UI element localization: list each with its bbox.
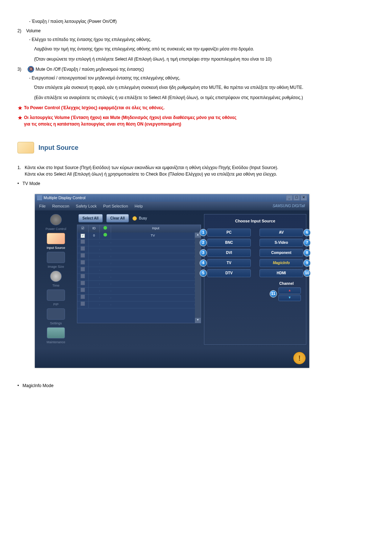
row-checkbox[interactable] <box>81 267 85 271</box>
sidebar-maintenance[interactable]: Maintenance <box>40 327 72 345</box>
av-button[interactable]: AV 6 <box>260 229 303 237</box>
row-id: 0 <box>89 233 100 239</box>
sidebar-settings[interactable]: Settings <box>40 308 72 326</box>
channel-down-button[interactable]: ▼ <box>278 295 301 301</box>
row-checkbox[interactable] <box>81 274 85 278</box>
row-checkbox[interactable] <box>81 301 85 306</box>
table-row[interactable]: ✓ 0 TV <box>77 233 195 239</box>
row-checkbox[interactable] <box>81 295 85 299</box>
table-row[interactable] <box>77 288 195 295</box>
badge-4: 4 <box>200 259 207 267</box>
intro-line1: Κάντε κλικ στο Input Source (Πηγή Εισόδο… <box>25 164 375 171</box>
sidebar-pip[interactable]: PIP <box>40 290 72 307</box>
row-checkbox[interactable] <box>81 246 85 251</box>
svideo-button[interactable]: S-Video 7 <box>260 239 303 247</box>
star-note-1: ★ Το Power Control (Έλεγχος Ισχύος) εφαρ… <box>17 104 375 111</box>
main-area: Power Control Input Source Image Size Ti… <box>35 210 309 348</box>
header-status <box>100 225 111 233</box>
select-all-button[interactable]: Select All <box>78 214 103 222</box>
table-row[interactable] <box>77 295 195 301</box>
sidebar: Power Control Input Source Image Size Ti… <box>38 214 74 345</box>
menu-remocon[interactable]: Remocon <box>52 203 69 209</box>
table-scrollbar[interactable]: ▲ ▼ <box>195 233 201 323</box>
sidebar-input-source[interactable]: Input Source <box>40 233 72 250</box>
table-row[interactable] <box>77 267 195 274</box>
bullet: • <box>17 180 23 187</box>
power-onoff-line: - Έναρξη / παύση λειτουργίας (Power On/O… <box>29 18 375 25</box>
channel-up-button[interactable]: ▲ <box>278 287 301 294</box>
mute-line3: (Εάν επιλέξετε να αναιρέσετε τις επιλογέ… <box>34 94 375 101</box>
header-id[interactable]: ID <box>89 225 100 233</box>
row-status-icon <box>103 233 107 237</box>
info-icon[interactable]: ! <box>293 352 306 364</box>
scroll-down-button[interactable]: ▼ <box>195 318 201 323</box>
menu-file[interactable]: File <box>39 203 46 209</box>
menu-bar: File Remocon Safety Lock Port Selection … <box>35 202 309 211</box>
hdmi-button[interactable]: HDMI 10 <box>260 269 303 277</box>
badge-5: 5 <box>200 270 207 277</box>
table-row[interactable] <box>77 301 195 308</box>
badge-11: 11 <box>270 290 277 297</box>
bnc-button[interactable]: 2 BNC <box>207 239 251 247</box>
volume-line2: Λαμβάνει την τιμή της έντασης ήχου της ε… <box>34 46 375 52</box>
table-row[interactable] <box>77 239 195 246</box>
text: - Έναρξη / παύση λειτουργίας (Power On/O… <box>29 19 117 24</box>
section-header: Input Source <box>17 142 375 153</box>
section-icon <box>17 142 34 153</box>
status-icon <box>103 226 107 230</box>
intro-list: 1. Κάντε κλικ στο Input Source (Πηγή Εισ… <box>17 164 375 177</box>
label: Power Control <box>45 227 66 232</box>
maintenance-icon <box>47 327 65 338</box>
header-input[interactable]: Input <box>111 225 201 233</box>
star-text-2a: Οι λειτουργίες Volume (Ένταση ήχου) και … <box>24 114 375 121</box>
pip-icon <box>47 290 65 301</box>
table-row[interactable] <box>77 281 195 288</box>
sidebar-image-size[interactable]: Image Size <box>40 252 72 269</box>
table-row[interactable] <box>77 246 195 253</box>
menu-port-selection[interactable]: Port Selection <box>103 203 128 209</box>
badge-9: 9 <box>303 259 311 267</box>
dtv-button[interactable]: 5 DTV <box>207 269 251 277</box>
header-check[interactable]: ☑ <box>77 225 89 233</box>
tv-button[interactable]: 4 TV <box>207 259 251 267</box>
badge-10: 10 <box>303 270 311 277</box>
source-button-grid: 1 PC AV 6 2 BNC S-Video 7 <box>207 229 303 277</box>
menu-help[interactable]: Help <box>135 203 143 209</box>
input-source-icon <box>47 233 65 244</box>
row-checkbox[interactable] <box>81 260 85 264</box>
menu-safety-lock[interactable]: Safety Lock <box>76 203 97 209</box>
volume-line1: - Ελέγχει το επίπεδο της έντασης ήχου τη… <box>29 36 375 43</box>
table-row[interactable] <box>77 260 195 267</box>
maximize-button[interactable]: ☐ <box>293 195 300 201</box>
star-text-1: Το Power Control (Έλεγχος Ισχύος) εφαρμό… <box>24 104 375 111</box>
badge-2: 2 <box>200 239 207 246</box>
close-button[interactable]: ✕ <box>301 195 307 201</box>
sidebar-power-control[interactable]: Power Control <box>40 214 72 231</box>
table-row[interactable] <box>77 253 195 260</box>
pc-button[interactable]: 1 PC <box>207 229 251 237</box>
component-button[interactable]: Component 8 <box>260 249 303 257</box>
magicinfo-button[interactable]: MagicInfo 9 <box>260 259 303 267</box>
clear-all-button[interactable]: Clear All <box>106 214 129 222</box>
row-checkbox[interactable] <box>81 288 85 292</box>
tv-mode-label: TV Mode <box>23 180 40 187</box>
dvi-button[interactable]: 3 DVI <box>207 249 251 257</box>
power-icon <box>50 214 62 225</box>
row-checkbox[interactable] <box>81 281 85 285</box>
app-icon <box>37 195 42 200</box>
app-window: Multiple Display Control _ ☐ ✕ File Remo… <box>35 194 309 368</box>
minimize-button[interactable]: _ <box>286 195 293 201</box>
row-checkbox[interactable] <box>81 239 85 244</box>
tv-mode-bullet: • TV Mode <box>17 180 375 187</box>
channel-section: Channel 11 ▲ ▼ <box>205 281 305 301</box>
label: Time <box>52 283 60 288</box>
sidebar-time[interactable]: Time <box>40 271 72 288</box>
footer-bar: ! <box>35 348 309 368</box>
table-row[interactable] <box>77 274 195 281</box>
badge-7: 7 <box>303 239 311 246</box>
center-column: Select All Clear All Busy ☑ ID Input <box>77 214 201 345</box>
mute-line2: Όταν επιλέγετε μία συσκευή τη φορά, εάν … <box>34 84 375 91</box>
row-checkbox[interactable]: ✓ <box>81 234 85 238</box>
row-checkbox[interactable] <box>81 253 85 258</box>
settings-icon <box>47 308 65 320</box>
